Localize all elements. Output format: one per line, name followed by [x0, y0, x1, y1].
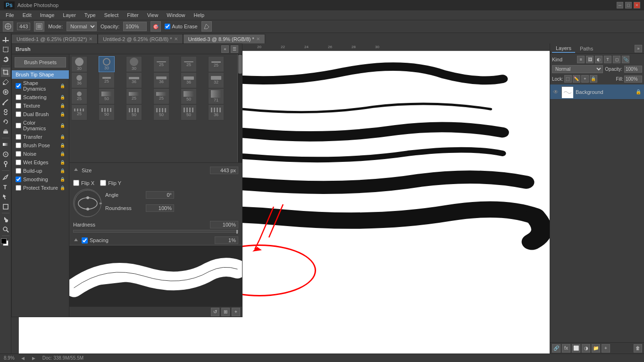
move-tool[interactable] [1, 35, 10, 44]
color-swatch[interactable] [1, 238, 10, 248]
color-dynamics-checkbox[interactable] [16, 123, 21, 128]
protect-texture-checkbox[interactable] [16, 185, 21, 191]
brush-preset-15[interactable]: 25 [153, 88, 169, 104]
kind-type[interactable]: T [604, 56, 611, 63]
menu-file[interactable]: File [2, 11, 18, 19]
menu-help[interactable]: Help [190, 11, 208, 19]
kind-shape[interactable]: ◻ [613, 56, 620, 63]
transfer-checkbox[interactable] [16, 134, 21, 140]
opacity-input[interactable] [624, 66, 642, 73]
section-dual-brush[interactable]: Dual Brush 🔒 [12, 110, 69, 118]
tab-0[interactable]: Untitled-1 @ 6.25% (RGB/32*) ✕ [11, 34, 98, 43]
nav-next[interactable]: ▶ [29, 354, 39, 362]
opacity-input[interactable] [123, 22, 147, 31]
fill-input[interactable] [624, 76, 642, 83]
brush-panel-collapse[interactable]: « [221, 45, 229, 53]
crop-tool[interactable] [1, 67, 10, 77]
erase-icon[interactable] [201, 21, 212, 32]
type-tool[interactable]: T [1, 182, 10, 192]
link-layers-button[interactable]: 🔗 [552, 344, 560, 353]
close-button[interactable]: ✕ [634, 2, 640, 8]
size-up-arrow[interactable] [73, 167, 79, 174]
hand-tool[interactable] [1, 215, 10, 224]
pen-tool[interactable] [1, 172, 10, 182]
minimize-button[interactable]: ─ [617, 2, 623, 8]
brush-preset-0[interactable]: 30 [71, 56, 87, 72]
flip-y-checkbox[interactable] [100, 180, 106, 186]
brush-preset-11[interactable]: 32 [208, 72, 224, 88]
menu-select[interactable]: Select [100, 11, 123, 19]
brush-tool[interactable] [1, 97, 10, 107]
kind-smart[interactable]: 📎 [622, 56, 629, 63]
brush-preset-7[interactable]: 25 [99, 72, 115, 88]
size-input[interactable] [210, 167, 238, 174]
brush-preset-23[interactable]: 36 [208, 104, 224, 120]
brush-preset-17[interactable]: 71 [208, 88, 224, 104]
flip-x-checkbox[interactable] [73, 180, 79, 186]
brush-preset-16[interactable]: 50 [181, 88, 197, 104]
brush-preset-12[interactable]: 25 [71, 88, 87, 104]
brush-panel-menu[interactable]: ☰ [231, 45, 238, 53]
brush-preset-14[interactable]: 25 [126, 88, 142, 104]
brush-tool-icon[interactable] [3, 21, 13, 32]
texture-checkbox[interactable] [16, 103, 21, 109]
tab-1-close[interactable]: ✕ [174, 36, 178, 42]
lock-position[interactable]: + [581, 75, 589, 83]
section-brush-tip-shape[interactable]: Brush Tip Shape [12, 70, 69, 79]
angle-input[interactable] [146, 191, 174, 199]
mode-select[interactable]: Normal [67, 22, 97, 31]
maximize-button[interactable]: □ [625, 2, 632, 8]
opacity-icon[interactable]: 🎯 [151, 21, 161, 32]
brush-grid-view-button[interactable]: ⊞ [221, 308, 230, 316]
menu-layer[interactable]: Layer [59, 11, 80, 19]
hardness-input[interactable] [210, 221, 238, 228]
brush-preset-21[interactable]: 50 [153, 104, 169, 120]
hardness-slider[interactable] [73, 230, 238, 233]
delete-layer-button[interactable]: 🗑 [634, 344, 642, 353]
scattering-checkbox[interactable] [16, 94, 21, 100]
brush-preset-19[interactable]: 50 [99, 104, 115, 120]
noise-checkbox[interactable] [16, 151, 21, 157]
adjustment-button[interactable]: ◑ [582, 344, 590, 353]
heal-tool[interactable] [1, 87, 10, 97]
buildup-checkbox[interactable] [16, 168, 21, 174]
section-buildup[interactable]: Build-up 🔒 [12, 167, 69, 175]
path-select-tool[interactable] [1, 192, 10, 202]
brush-options-icon[interactable] [34, 21, 44, 32]
brush-preset-13[interactable]: 50 [99, 88, 115, 104]
brush-angle-dial[interactable] [73, 189, 101, 217]
brush-grid-scrollbar[interactable] [237, 54, 242, 162]
brush-pose-checkbox[interactable] [16, 143, 21, 148]
spacing-up-arrow[interactable] [73, 237, 80, 243]
section-protect-texture[interactable]: Protect Texture 🔒 [12, 184, 69, 192]
hardness-slider-thumb[interactable] [236, 230, 238, 234]
nav-prev[interactable]: ◀ [18, 354, 28, 362]
tab-1[interactable]: Untitled-2 @ 6.25% (RGB/8) * ✕ [98, 34, 183, 43]
select-tool[interactable] [1, 45, 10, 54]
menu-edit[interactable]: Edit [19, 11, 35, 19]
kind-adj[interactable]: ◐ [595, 56, 602, 63]
blur-tool[interactable] [1, 150, 10, 159]
spacing-label-row[interactable]: Spacing [82, 237, 109, 244]
brush-preset-1[interactable]: 30 [99, 56, 115, 72]
section-wet-edges[interactable]: Wet Edges 🔒 [12, 158, 69, 167]
brush-preset-9[interactable]: 36 [153, 72, 169, 88]
zoom-tool[interactable] [1, 225, 10, 234]
brush-presets-button[interactable]: Brush Presets [15, 57, 66, 67]
menu-type[interactable]: Type [81, 11, 100, 19]
shape-tool[interactable] [1, 202, 10, 211]
brush-preset-18[interactable]: 25 [71, 104, 87, 120]
dual-brush-checkbox[interactable] [16, 111, 21, 117]
auto-erase-checkbox[interactable] [165, 24, 170, 29]
menu-window[interactable]: Window [163, 11, 189, 19]
brush-preset-22[interactable]: 50 [181, 104, 197, 120]
section-smoothing[interactable]: Smoothing 🔒 [12, 175, 69, 184]
brush-preset-5[interactable]: 25 [208, 56, 224, 72]
history-tool[interactable] [1, 117, 10, 126]
shape-dynamics-checkbox[interactable] [16, 83, 21, 89]
section-noise[interactable]: Noise 🔒 [12, 150, 69, 158]
brush-preset-20[interactable]: 50 [126, 104, 142, 120]
smoothing-checkbox[interactable] [16, 177, 21, 182]
brush-preset-10[interactable]: 36 [181, 72, 197, 88]
brush-preset-2[interactable]: 30 [126, 56, 142, 72]
